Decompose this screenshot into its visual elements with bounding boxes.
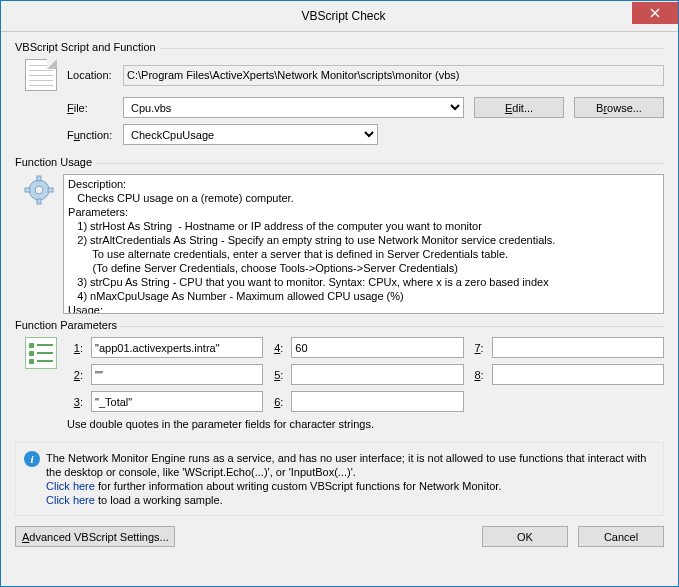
param3-input[interactable] <box>91 391 263 412</box>
usage-textarea[interactable]: Description: Checks CPU usage on a (remo… <box>63 174 664 314</box>
edit-button[interactable]: Edit... <box>474 97 564 118</box>
info-note: i The Network Monitor Engine runs as a s… <box>15 442 664 516</box>
info-icon: i <box>24 451 40 467</box>
params-hint: Use double quotes in the parameter field… <box>67 418 664 430</box>
file-select[interactable]: Cpu.vbs <box>123 97 464 118</box>
svg-rect-4 <box>37 176 41 181</box>
group-function-usage: Function Usage <box>15 163 664 320</box>
param7-label: 7: <box>472 342 484 354</box>
group-usage-label: Function Usage <box>15 156 96 168</box>
document-icon <box>25 59 57 91</box>
note-link1-tail: for further information about writing cu… <box>95 480 502 492</box>
param2-label: 2: <box>71 369 83 381</box>
note-text: The Network Monitor Engine runs as a ser… <box>46 452 646 478</box>
group-script-function: VBScript Script and Function Location: F… <box>15 48 664 157</box>
close-icon <box>650 8 660 18</box>
param6-input[interactable] <box>291 391 463 412</box>
titlebar: VBScript Check <box>1 1 678 32</box>
file-label: File: <box>67 102 88 114</box>
dialog-window: VBScript Check VBScript Script and Funct… <box>0 0 679 587</box>
param8-label: 8: <box>472 369 484 381</box>
list-icon <box>25 337 57 369</box>
param4-input[interactable] <box>291 337 463 358</box>
link-further-info[interactable]: Click here <box>46 480 95 492</box>
cancel-button[interactable]: Cancel <box>578 526 664 547</box>
param7-input[interactable] <box>492 337 664 358</box>
group-function-parameters: Function Parameters 1: 4: <box>15 326 664 436</box>
param5-input[interactable] <box>291 364 463 385</box>
advanced-settings-button[interactable]: Advanced VBScript Settings... <box>15 526 175 547</box>
gear-icon <box>23 174 55 206</box>
group-params-label: Function Parameters <box>15 319 121 331</box>
link-load-sample[interactable]: Click here <box>46 494 95 506</box>
svg-rect-5 <box>37 199 41 204</box>
function-label: Function: <box>67 129 112 141</box>
param6-label: 6: <box>271 396 283 408</box>
param2-input[interactable] <box>91 364 263 385</box>
param8-input[interactable] <box>492 364 664 385</box>
param4-label: 4: <box>271 342 283 354</box>
param5-label: 5: <box>271 369 283 381</box>
window-title: VBScript Check <box>55 9 632 23</box>
browse-button[interactable]: Browse... <box>574 97 664 118</box>
svg-rect-6 <box>25 188 30 192</box>
ok-button[interactable]: OK <box>482 526 568 547</box>
note-link2-tail: to load a working sample. <box>95 494 223 506</box>
function-select[interactable]: CheckCpuUsage <box>123 124 378 145</box>
param3-label: 3: <box>71 396 83 408</box>
param1-input[interactable] <box>91 337 263 358</box>
group-script-label: VBScript Script and Function <box>15 41 160 53</box>
param1-label: 1: <box>71 342 83 354</box>
svg-rect-7 <box>48 188 53 192</box>
svg-point-3 <box>35 186 43 194</box>
location-label: Location: <box>67 69 123 81</box>
location-field <box>123 65 664 86</box>
close-button[interactable] <box>632 2 678 24</box>
